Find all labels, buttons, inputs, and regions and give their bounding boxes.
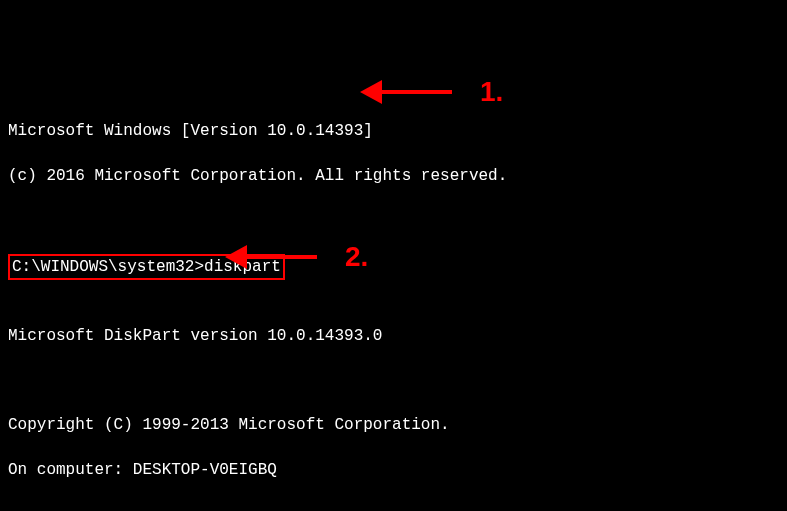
annotation-1-label: 1. [480, 72, 503, 111]
terminal-window: Microsoft Windows [Version 10.0.14393] (… [4, 94, 783, 511]
diskpart-computer-line: On computer: DESKTOP-V0EIGBQ [8, 459, 779, 481]
windows-version-line: Microsoft Windows [Version 10.0.14393] [8, 120, 779, 142]
cmd1-prompt: C:\WINDOWS\system32> [12, 258, 204, 276]
annotation-2: 2. [225, 237, 368, 276]
arrow-icon [360, 80, 452, 104]
diskpart-copyright-line: Copyright (C) 1999-2013 Microsoft Corpor… [8, 414, 779, 436]
arrow-icon [225, 245, 317, 269]
annotation-1: 1. [360, 72, 503, 111]
diskpart-version-line: Microsoft DiskPart version 10.0.14393.0 [8, 325, 779, 347]
copyright-line: (c) 2016 Microsoft Corporation. All righ… [8, 165, 779, 187]
annotation-2-label: 2. [345, 237, 368, 276]
